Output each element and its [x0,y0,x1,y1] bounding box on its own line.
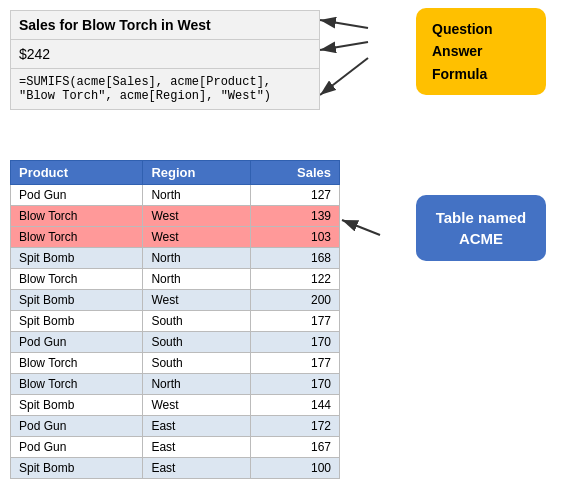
cell-product: Spit Bomb [11,458,143,479]
cell-product: Spit Bomb [11,311,143,332]
callout-blue: Table named ACME [416,195,546,261]
cell-region: North [143,185,250,206]
cell-formula: =SUMIFS(acme[Sales], acme[Product], "Blo… [10,69,320,110]
cell-region: North [143,374,250,395]
callout-orange-line3: Formula [432,63,530,85]
cell-sales: 172 [250,416,339,437]
cell-product: Blow Torch [11,227,143,248]
cell-region: West [143,395,250,416]
cell-product: Spit Bomb [11,248,143,269]
cell-product: Pod Gun [11,437,143,458]
col-header-region: Region [143,161,250,185]
cell-sales: 168 [250,248,339,269]
cell-region: North [143,269,250,290]
svg-line-2 [320,42,368,50]
cell-sales: 200 [250,290,339,311]
callout-orange-line1: Question [432,18,530,40]
cell-product: Blow Torch [11,353,143,374]
col-header-product: Product [11,161,143,185]
cell-sales: 167 [250,437,339,458]
callout-orange-line2: Answer [432,40,530,62]
table-row: Blow TorchNorth122 [11,269,340,290]
col-header-sales: Sales [250,161,339,185]
cell-product: Pod Gun [11,185,143,206]
cell-question: Sales for Blow Torch in West [10,10,320,40]
cell-sales: 170 [250,332,339,353]
cell-product: Pod Gun [11,332,143,353]
cell-sales: 144 [250,395,339,416]
cell-region: South [143,353,250,374]
cell-product: Spit Bomb [11,395,143,416]
cell-product: Blow Torch [11,374,143,395]
cell-region: South [143,332,250,353]
cell-region: East [143,458,250,479]
table-row: Spit BombEast100 [11,458,340,479]
cell-region: West [143,227,250,248]
cell-product: Blow Torch [11,269,143,290]
cell-sales: 177 [250,311,339,332]
table-row: Spit BombSouth177 [11,311,340,332]
table-row: Blow TorchSouth177 [11,353,340,374]
cell-answer: $242 [10,40,320,69]
cell-region: West [143,206,250,227]
cell-product: Spit Bomb [11,290,143,311]
cell-sales: 100 [250,458,339,479]
table-row: Pod GunNorth127 [11,185,340,206]
cell-region: South [143,311,250,332]
cell-sales: 103 [250,227,339,248]
table-row: Pod GunSouth170 [11,332,340,353]
cell-sales: 177 [250,353,339,374]
table-row: Pod GunEast172 [11,416,340,437]
table-row: Spit BombNorth168 [11,248,340,269]
svg-line-1 [320,20,368,28]
cell-sales: 127 [250,185,339,206]
cell-sales: 139 [250,206,339,227]
cell-region: East [143,437,250,458]
svg-line-3 [320,58,368,95]
svg-line-4 [342,220,380,235]
cell-sales: 170 [250,374,339,395]
table-row: Blow TorchWest139 [11,206,340,227]
cell-region: North [143,248,250,269]
table-section: Product Region Sales Pod GunNorth127Blow… [10,160,340,479]
data-table: Product Region Sales Pod GunNorth127Blow… [10,160,340,479]
table-row: Spit BombWest144 [11,395,340,416]
table-row: Spit BombWest200 [11,290,340,311]
cell-sales: 122 [250,269,339,290]
table-header-row: Product Region Sales [11,161,340,185]
cell-product: Blow Torch [11,206,143,227]
table-row: Blow TorchNorth170 [11,374,340,395]
cell-region: East [143,416,250,437]
spreadsheet-section: Sales for Blow Torch in West $242 =SUMIF… [10,10,320,110]
table-row: Pod GunEast167 [11,437,340,458]
cell-product: Pod Gun [11,416,143,437]
callout-orange: Question Answer Formula [416,8,546,95]
cell-region: West [143,290,250,311]
table-row: Blow TorchWest103 [11,227,340,248]
